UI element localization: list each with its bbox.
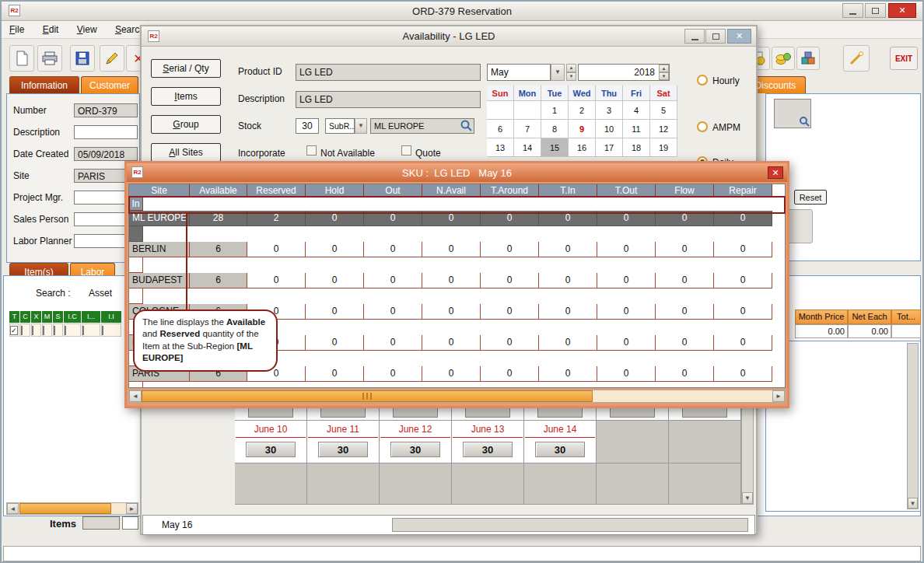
year-spin-up[interactable]: ▲ <box>659 65 669 72</box>
cell[interactable]: 0 <box>656 304 714 320</box>
site-cell[interactable]: BERLIN <box>129 242 190 257</box>
cell[interactable]: 0 <box>306 335 364 351</box>
cell[interactable]: 0 <box>597 304 656 320</box>
month-price-value[interactable]: 0.00 <box>795 324 848 338</box>
cell[interactable]: 0 <box>714 273 772 288</box>
reserved-cell[interactable]: 0 <box>247 242 306 257</box>
cell[interactable]: 0 <box>539 273 597 288</box>
maximize-button[interactable] <box>705 29 726 44</box>
horizontal-scrollbar[interactable]: ◄ ► <box>128 390 786 403</box>
save-button[interactable] <box>70 45 95 72</box>
scrollbar-thumb[interactable] <box>142 390 593 402</box>
packages-button[interactable] <box>796 47 820 70</box>
net-each-header[interactable]: Net Each <box>848 309 891 324</box>
scroll-right-button[interactable]: ► <box>772 390 785 402</box>
tab-information[interactable]: Information <box>9 76 79 93</box>
table-row-berlin[interactable]: BERLIN 6 0 0 0 0 0 0 0 0 0 <box>129 242 785 273</box>
grid-cell[interactable] <box>31 323 41 337</box>
calendar-day[interactable]: 3 <box>596 101 623 120</box>
group-button[interactable]: Group <box>151 115 221 134</box>
checkbox-checked[interactable]: ✓ <box>10 326 18 335</box>
cell[interactable]: 0 <box>364 273 422 288</box>
cell[interactable]: 0 <box>306 304 364 320</box>
cell[interactable]: 0 <box>714 304 772 320</box>
column-header[interactable]: X <box>31 311 41 323</box>
items-button[interactable]: Items <box>151 87 221 106</box>
calendar-day[interactable]: 13 <box>487 138 514 157</box>
minimize-button[interactable] <box>684 29 705 44</box>
number-field[interactable]: ORD-379 <box>74 103 138 117</box>
cell[interactable]: 0 <box>481 304 539 320</box>
cell[interactable]: 0 <box>364 242 422 257</box>
quantity-button[interactable]: 30 <box>318 442 368 457</box>
calendar-day[interactable]: 19 <box>650 138 677 157</box>
calendar-day[interactable]: 12 <box>650 120 677 138</box>
month-dropdown-arrow[interactable]: ▼ <box>551 64 565 81</box>
minimize-button[interactable] <box>842 3 863 18</box>
site-cell[interactable]: BUDAPEST <box>129 273 190 288</box>
cell[interactable]: 0 <box>364 366 422 382</box>
cell[interactable]: 0 <box>306 242 364 257</box>
grid-cell[interactable] <box>82 323 100 337</box>
hourly-radio[interactable] <box>697 75 708 86</box>
grid-cell[interactable] <box>20 323 30 337</box>
calendar-day[interactable]: 2 <box>569 101 596 120</box>
table-row-budapest[interactable]: BUDAPEST 6 0 0 0 0 0 0 0 0 0 <box>129 273 785 304</box>
menu-edit[interactable]: Edit <box>35 21 67 38</box>
cell[interactable] <box>129 288 143 304</box>
not-available-checkbox[interactable] <box>306 145 317 156</box>
search-mode-value[interactable]: Asset <box>89 288 112 299</box>
exit-button[interactable]: EXIT <box>890 47 918 70</box>
cell[interactable]: 0 <box>714 366 772 382</box>
reset-button[interactable]: Reset <box>794 190 827 205</box>
grid-cell[interactable]: ✓ <box>9 323 19 337</box>
cell[interactable]: 0 <box>656 335 714 351</box>
close-button[interactable]: ✕ <box>768 166 783 179</box>
cell[interactable]: 0 <box>422 335 481 351</box>
calendar-day[interactable]: 1 <box>541 101 569 120</box>
wand-button[interactable] <box>843 45 870 72</box>
column-header[interactable]: I... <box>82 311 100 323</box>
quantity-button[interactable]: 30 <box>246 442 296 457</box>
grid-cell[interactable] <box>42 323 52 337</box>
menu-view[interactable]: View <box>69 21 105 38</box>
checkbox[interactable] <box>65 326 66 335</box>
available-cell[interactable]: 6 <box>190 242 247 257</box>
horizontal-scrollbar[interactable]: ◄ ► <box>6 502 138 515</box>
cell[interactable]: 0 <box>422 242 481 257</box>
schedule-cell-june-11[interactable]: June 11 30 <box>307 421 380 463</box>
month-price-header[interactable]: Month Price <box>795 309 848 324</box>
available-cell[interactable]: 6 <box>190 273 247 288</box>
quantity-button[interactable] <box>465 407 510 418</box>
stock-field[interactable]: 30 <box>296 118 319 134</box>
quantity-button[interactable]: 30 <box>535 442 585 457</box>
cell[interactable]: 0 <box>364 335 422 351</box>
reserved-cell[interactable]: 0 <box>247 273 306 288</box>
new-document-button[interactable] <box>9 45 34 72</box>
calendar-day[interactable]: 5 <box>650 101 677 120</box>
year-spin-down[interactable]: ▼ <box>659 72 669 80</box>
grid-cell[interactable] <box>64 323 81 337</box>
items-count-field[interactable] <box>82 516 120 530</box>
subregion-dropdown[interactable]: SubR... <box>325 118 355 134</box>
calendar-day[interactable]: 7 <box>514 120 541 138</box>
vertical-scrollbar[interactable]: ▼ <box>907 343 919 509</box>
edit-button[interactable] <box>100 45 124 72</box>
scrollbar-thumb[interactable] <box>19 503 111 514</box>
cell[interactable]: 0 <box>597 366 656 382</box>
checkbox[interactable] <box>43 326 44 335</box>
schedule-cell-june-10[interactable]: June 10 30 <box>235 421 307 463</box>
checkbox[interactable] <box>54 326 55 335</box>
calendar-day[interactable]: 18 <box>623 138 650 157</box>
maximize-button[interactable] <box>865 3 886 18</box>
cell[interactable]: 0 <box>306 273 364 288</box>
cell[interactable]: 0 <box>597 242 656 257</box>
quantity-button[interactable] <box>320 407 366 418</box>
scroll-down-button[interactable]: ▼ <box>908 498 918 509</box>
ampm-radio[interactable] <box>697 121 708 132</box>
description-field[interactable] <box>74 125 138 139</box>
close-button[interactable]: ✕ <box>727 29 751 44</box>
cell[interactable]: 0 <box>306 366 364 382</box>
calendar-day[interactable]: 11 <box>623 120 650 138</box>
cell[interactable]: 0 <box>714 335 772 351</box>
